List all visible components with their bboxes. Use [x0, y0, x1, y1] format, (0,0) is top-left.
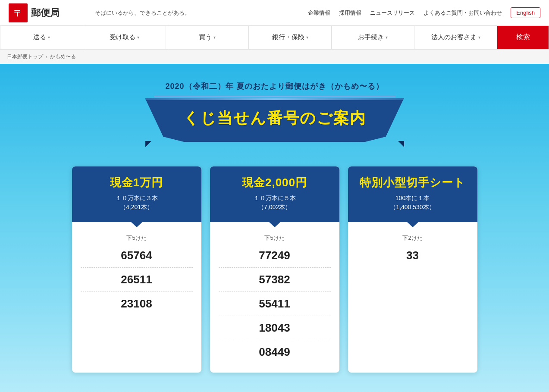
ribbon-title: くじ当せん番号のご案内	[183, 109, 366, 127]
breadcrumb: 日本郵便トップ › かもめ〜る	[0, 50, 549, 64]
card-stamp-body: 下2けた 33	[348, 222, 477, 276]
card-1man-sub2: （4,201本）	[79, 203, 195, 212]
ribbon-tail-left	[145, 141, 151, 147]
breadcrumb-home[interactable]: 日本郵便トップ	[7, 53, 43, 60]
card-stamp-header: 特別小型切手シート 100本に１本 （1,400,530本）	[348, 166, 477, 222]
card-2000-number-5: 08449	[219, 340, 331, 364]
ribbon-tail-right	[398, 141, 404, 147]
nav-receive[interactable]: 受け取る ▾	[83, 26, 166, 49]
ribbon-banner: くじ当せん番号のご案内	[145, 98, 404, 149]
nav-buy[interactable]: 買う ▾	[166, 26, 249, 49]
nav-procedures[interactable]: お手続き ▾	[332, 26, 414, 49]
main-content: 2020（令和二）年 夏のおたより郵便はがき（かもめ〜る） くじ当せん番号のご案…	[0, 64, 549, 392]
page-subtitle: 2020（令和二）年 夏のおたより郵便はがき（かもめ〜る）	[9, 81, 540, 91]
card-1man-number-3: 23108	[81, 292, 193, 316]
card-2000-number-1: 77249	[219, 244, 331, 268]
nav-corporate[interactable]: 法人のお客さま ▾	[414, 26, 497, 49]
nav-bank-insurance[interactable]: 銀行・保険 ▾	[249, 26, 332, 49]
card-2000-digit-label: 下5けた	[219, 234, 331, 242]
chevron-down-icon: ▾	[386, 35, 388, 40]
main-nav: 送る ▾ 受け取る ▾ 買う ▾ 銀行・保険 ▾ お手続き ▾ 法人のお客さま …	[0, 26, 549, 50]
logo-text: 郵便局	[31, 6, 60, 19]
chevron-down-icon: ▾	[213, 35, 216, 40]
card-2000-sub1: １０万本に５本	[217, 194, 333, 203]
breadcrumb-separator: ›	[46, 54, 47, 60]
card-2000-sub2: （7,002本）	[217, 203, 333, 212]
tagline: そばにいるから、できることがある。	[86, 9, 308, 17]
card-1man-body: 下5けた 65764 26511 23108	[72, 222, 201, 324]
breadcrumb-current: かもめ〜る	[50, 53, 76, 60]
logo-area: 〒 郵便局	[9, 3, 86, 22]
card-1man-number-2: 26511	[81, 268, 193, 292]
nav-search[interactable]: 検索	[497, 26, 549, 49]
chevron-down-icon: ▾	[478, 35, 480, 40]
card-2000-number-2: 57382	[219, 268, 331, 292]
english-button[interactable]: English	[511, 7, 540, 18]
card-1man-title: 現金1万円	[79, 175, 195, 190]
card-stamp: 特別小型切手シート 100本に１本 （1,400,530本） 下2けた 33	[348, 166, 477, 373]
card-2000-number-3: 55411	[219, 292, 331, 316]
header: 〒 郵便局 そばにいるから、できることがある。 企業情報 採用情報 ニュースリリ…	[0, 0, 549, 26]
card-stamp-sub1: 100本に１本	[355, 194, 471, 203]
card-2000-header: 現金2,000円 １０万本に５本 （7,002本）	[210, 166, 339, 222]
nav-send[interactable]: 送る ▾	[0, 26, 83, 49]
post-logo-icon: 〒	[9, 3, 28, 22]
nav-recruitment[interactable]: 採用情報	[339, 9, 361, 17]
chevron-down-icon: ▾	[137, 35, 139, 40]
svg-text:〒: 〒	[14, 9, 22, 18]
card-2000: 現金2,000円 １０万本に５本 （7,002本） 下5けた 77249 573…	[210, 166, 339, 373]
chevron-down-icon: ▾	[306, 35, 308, 40]
card-2000-body: 下5けた 77249 57382 55411 18043 08449	[210, 222, 339, 373]
nav-faq[interactable]: よくあるご質問・お問い合わせ	[424, 9, 502, 17]
card-stamp-title: 特別小型切手シート	[355, 175, 471, 190]
card-stamp-digit-label: 下2けた	[357, 234, 469, 242]
card-1man-digit-label: 下5けた	[81, 234, 193, 242]
nav-company-info[interactable]: 企業情報	[308, 9, 330, 17]
card-2000-title: 現金2,000円	[217, 175, 333, 190]
nav-news-release[interactable]: ニュースリリース	[370, 9, 415, 17]
chevron-down-icon: ▾	[48, 35, 50, 40]
lottery-cards: 現金1万円 １０万本に３本 （4,201本） 下5けた 65764 26511 …	[38, 166, 512, 373]
card-2000-number-4: 18043	[219, 316, 331, 340]
card-stamp-sub2: （1,400,530本）	[355, 203, 471, 212]
card-1man: 現金1万円 １０万本に３本 （4,201本） 下5けた 65764 26511 …	[72, 166, 201, 373]
card-1man-sub1: １０万本に３本	[79, 194, 195, 203]
header-nav: 企業情報 採用情報 ニュースリリース よくあるご質問・お問い合わせ Englis…	[308, 7, 540, 18]
card-1man-header: 現金1万円 １０万本に３本 （4,201本）	[72, 166, 201, 222]
card-1man-number-1: 65764	[81, 244, 193, 268]
card-stamp-number-1: 33	[357, 244, 469, 267]
